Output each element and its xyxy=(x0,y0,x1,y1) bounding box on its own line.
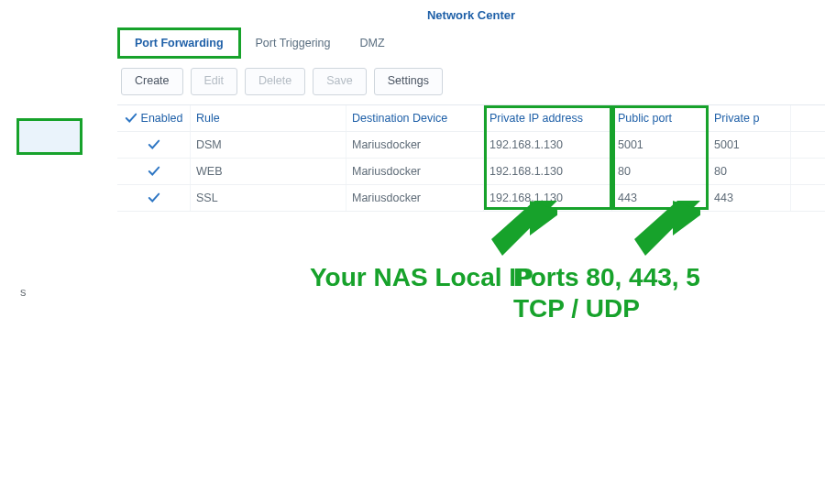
annotation-caption-right: Ports 80, 443, 5TCP / UDP xyxy=(513,262,700,324)
col-header-public-port[interactable]: Public port xyxy=(612,105,709,131)
cell-rule: DSM xyxy=(191,132,346,158)
cell-enabled[interactable] xyxy=(117,185,191,211)
annotation-box-sidebar xyxy=(18,120,81,153)
check-icon xyxy=(125,112,138,125)
cell-private-port: 80 xyxy=(709,159,791,184)
edit-button[interactable]: Edit xyxy=(191,68,238,95)
annotation-caption-left: Your NAS Local IP xyxy=(310,262,534,293)
cell-device: Mariusdocker xyxy=(346,185,484,211)
tab-port-triggering[interactable]: Port Triggering xyxy=(241,27,346,59)
cell-rule: WEB xyxy=(191,159,346,184)
col-header-enabled[interactable]: Enabled xyxy=(117,105,191,131)
cell-public-port: 5001 xyxy=(612,132,709,158)
port-forwarding-table: Enabled Rule Destination Device Private … xyxy=(117,104,825,212)
network-center-window: Network Center Port Forwarding Port Trig… xyxy=(117,4,825,504)
check-icon xyxy=(148,192,160,204)
cell-private-ip: 192.168.1.130 xyxy=(484,159,612,184)
col-header-private-ip[interactable]: Private IP address xyxy=(484,105,612,131)
check-icon xyxy=(148,138,160,151)
tab-bar: Port Forwarding Port Triggering DMZ xyxy=(117,27,825,59)
cell-enabled[interactable] xyxy=(117,159,191,184)
cell-private-port: 443 xyxy=(709,185,791,211)
tab-port-forwarding[interactable]: Port Forwarding xyxy=(117,27,241,59)
cell-public-port: 80 xyxy=(612,159,709,184)
cell-public-port: 443 xyxy=(612,185,709,211)
save-button[interactable]: Save xyxy=(313,68,367,95)
sidebar-selected-item[interactable] xyxy=(18,119,82,154)
cell-private-port: 5001 xyxy=(709,132,791,158)
cell-private-ip: 192.168.1.130 xyxy=(484,185,612,211)
cell-device: Mariusdocker xyxy=(346,132,484,158)
table-header-row: Enabled Rule Destination Device Private … xyxy=(117,105,825,132)
col-header-private-port[interactable]: Private p xyxy=(709,105,791,131)
settings-button[interactable]: Settings xyxy=(374,68,443,95)
table-row[interactable]: DSMMariusdocker192.168.1.13050015001 xyxy=(117,132,825,159)
delete-button[interactable]: Delete xyxy=(245,68,305,95)
col-header-enabled-label: Enabled xyxy=(141,112,183,125)
table-row[interactable]: SSLMariusdocker192.168.1.130443443 xyxy=(117,185,825,212)
window-title: Network Center xyxy=(117,4,825,27)
cell-device: Mariusdocker xyxy=(346,159,484,184)
cell-private-ip: 192.168.1.130 xyxy=(484,132,612,158)
table-row[interactable]: WEBMariusdocker192.168.1.1308080 xyxy=(117,159,825,185)
col-header-destination[interactable]: Destination Device xyxy=(346,105,484,131)
cell-rule: SSL xyxy=(191,185,346,211)
check-icon xyxy=(148,165,160,178)
col-header-rule[interactable]: Rule xyxy=(191,105,346,131)
toolbar: Create Edit Delete Save Settings xyxy=(117,59,825,104)
cell-enabled[interactable] xyxy=(117,132,191,158)
sidebar-text-fragment: s xyxy=(20,280,27,304)
create-button[interactable]: Create xyxy=(121,68,183,95)
tab-dmz[interactable]: DMZ xyxy=(346,27,400,59)
